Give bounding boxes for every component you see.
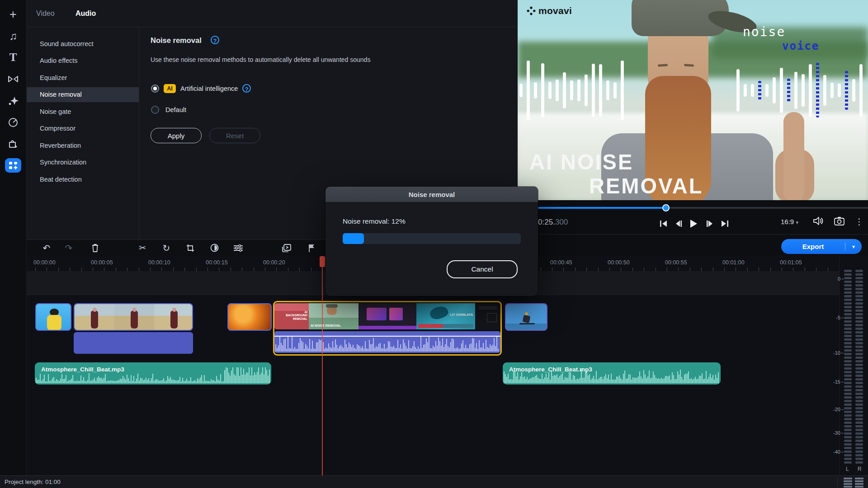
menu-item-sound-autocorrect[interactable]: Sound autocorrect	[26, 36, 139, 51]
radio-default[interactable]	[151, 106, 159, 114]
tab-video[interactable]: Video	[36, 0, 55, 27]
ruler-tick	[575, 267, 576, 271]
effects-icon[interactable]	[0, 92, 26, 110]
ruler-tick	[265, 267, 265, 271]
color-adjustments-icon[interactable]	[207, 240, 222, 256]
import-add-icon[interactable]: +	[0, 5, 26, 23]
ruler-tick	[644, 267, 644, 271]
playhead-handle[interactable]	[320, 256, 325, 267]
status-bar: Project length: 01:00	[0, 475, 868, 488]
delete-icon[interactable]	[87, 240, 103, 256]
apps-grid-button[interactable]	[5, 158, 21, 173]
volume-icon[interactable]	[812, 216, 823, 226]
aspect-ratio-select[interactable]: 16:9 ▾	[781, 218, 798, 225]
meter-db-label: -20	[829, 407, 840, 412]
redo-icon[interactable]: ↷	[61, 240, 76, 256]
reset-button[interactable]: Reset	[209, 128, 260, 143]
radio-row-default[interactable]: Default	[151, 106, 186, 114]
menu-item-beat-detection[interactable]: Beat detection	[26, 172, 139, 187]
ruler-tick	[609, 267, 610, 271]
video-clip-4-thumbnails: AI BACKGROUND REMOVAL AI NOISE REMOVAL L…	[274, 303, 500, 329]
video-frame[interactable]: movavi noise voice AI NOISE REMOVAL	[518, 0, 868, 200]
ruler-tick	[828, 267, 828, 271]
video-clip-2[interactable]	[74, 303, 193, 331]
ruler-tick	[770, 267, 771, 271]
ruler-tick	[231, 267, 231, 271]
menu-item-noise-gate[interactable]: Noise gate	[26, 104, 139, 119]
export-chevron-icon[interactable]: ▾	[845, 244, 862, 250]
seek-bar[interactable]	[518, 207, 868, 209]
help-icon[interactable]: ?	[211, 36, 219, 45]
ruler-tick	[70, 267, 70, 271]
ruler-tick	[632, 267, 633, 271]
next-frame-button[interactable]	[704, 218, 716, 230]
more-options-icon[interactable]: ⋮	[855, 216, 863, 227]
video-clip-4-selected[interactable]: AI BACKGROUND REMOVAL AI NOISE REMOVAL L…	[273, 301, 502, 356]
transitions-icon[interactable]	[0, 70, 26, 88]
play-button[interactable]	[688, 218, 699, 230]
rotate-icon[interactable]: ↻	[159, 240, 174, 256]
audio-clip-1[interactable]: Atmosphere_Chill_Beat.mp3	[35, 362, 271, 385]
undo-icon[interactable]: ↶	[39, 240, 54, 256]
meter-toggle-icon[interactable]	[844, 478, 863, 487]
ruler-label: 00:01:05	[780, 259, 802, 266]
crop-icon[interactable]	[183, 240, 198, 256]
radio-ai[interactable]	[151, 84, 159, 93]
ruler-tick	[299, 267, 300, 271]
app-window: + ♫ T Video Audio Sound autocorrectAudio…	[0, 0, 868, 488]
help-icon-ai[interactable]: ?	[242, 84, 251, 93]
radio-default-label: Default	[165, 106, 186, 113]
meter-db-label: -30	[829, 430, 840, 436]
video-clip-1[interactable]	[35, 303, 71, 331]
audio-clip-2[interactable]: Atmosphere_Chill_Beat.mp3	[503, 362, 721, 385]
audio-level-meter: L R 0-5-10-15-20-30-40	[839, 255, 868, 475]
store-icon[interactable]	[0, 135, 26, 153]
ruler-tick	[219, 267, 219, 271]
divider	[837, 478, 838, 487]
apply-button[interactable]: Apply	[151, 128, 202, 143]
ruler-tick	[173, 267, 174, 271]
ruler-tick	[759, 267, 759, 271]
tab-audio[interactable]: Audio	[75, 0, 96, 27]
video-clip-5[interactable]	[505, 303, 547, 331]
menu-item-reverberation[interactable]: Reverberation	[26, 138, 139, 153]
marker-flag-icon[interactable]	[304, 240, 319, 256]
filters-sliders-icon[interactable]	[231, 240, 246, 256]
ruler-tick	[276, 267, 277, 271]
seek-knob[interactable]	[662, 204, 670, 211]
ruler-tick	[621, 267, 621, 271]
ruler-tick	[35, 267, 36, 271]
ruler-tick	[816, 267, 816, 271]
overlay-clip-icon[interactable]	[279, 240, 294, 256]
menu-item-equalizer[interactable]: Equalizer	[26, 70, 139, 85]
skip-to-start-button[interactable]	[658, 218, 670, 230]
cancel-button[interactable]: Cancel	[447, 260, 518, 278]
ruler-tick	[150, 267, 151, 271]
video-clip-2-audio[interactable]	[74, 332, 193, 354]
menu-item-synchronization[interactable]: Synchronization	[26, 155, 139, 170]
video-clip-4-waveform	[274, 331, 500, 353]
previous-frame-button[interactable]	[673, 218, 684, 230]
video-clip-3[interactable]	[227, 303, 272, 331]
video-caption-line2: REMOVAL	[589, 173, 703, 198]
ruler-label: 00:00:10	[148, 259, 170, 266]
radio-row-ai[interactable]: AI Artificial intelligence ?	[151, 84, 251, 93]
titles-icon[interactable]: T	[0, 48, 26, 66]
ruler-label: 00:00:00	[33, 259, 56, 266]
snapshot-camera-icon[interactable]	[834, 216, 844, 225]
split-scissors-icon[interactable]: ✂	[135, 240, 150, 256]
movavi-logo-text: movavi	[538, 5, 572, 16]
duration-icon[interactable]	[0, 113, 26, 131]
meter-channel-right: R	[858, 466, 862, 472]
menu-item-audio-effects[interactable]: Audio effects	[26, 53, 139, 68]
ruler-label: 00:00:15	[206, 259, 228, 266]
overlay-noise-text: noise	[743, 24, 785, 39]
video-caption-line1: AI NOISE	[529, 149, 633, 174]
ruler-tick	[127, 267, 127, 271]
menu-item-noise-removal[interactable]: Noise removal	[26, 87, 139, 102]
playhead-line[interactable]	[322, 255, 323, 475]
menu-item-compressor[interactable]: Compressor	[26, 121, 139, 136]
export-button[interactable]: Export ▾	[781, 239, 862, 254]
music-icon[interactable]: ♫	[0, 27, 26, 45]
skip-to-end-button[interactable]	[719, 218, 731, 230]
